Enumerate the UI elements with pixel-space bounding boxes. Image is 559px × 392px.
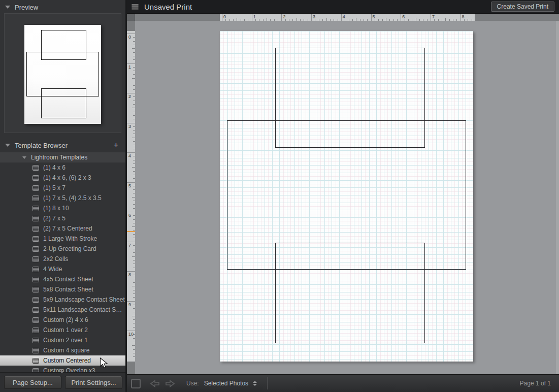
- ruler-tick: [133, 52, 135, 53]
- scroll-down-indicator[interactable]: [59, 371, 64, 373]
- horizontal-ruler-scale: 012345678: [220, 14, 475, 21]
- template-item[interactable]: 2x2 Cells: [0, 254, 125, 264]
- template-grid-icon: [32, 358, 39, 364]
- template-item[interactable]: 1 Large With Stroke: [0, 234, 125, 244]
- page-layout-toggle-icon[interactable]: [131, 379, 141, 388]
- template-item[interactable]: 2-Up Greeting Card: [0, 244, 125, 254]
- vertical-ruler-scale: 012345678910: [127, 31, 135, 362]
- template-browser-header[interactable]: Template Browser +: [0, 140, 125, 150]
- print-page[interactable]: [220, 31, 473, 362]
- ruler-tick: [132, 108, 135, 108]
- template-grid-icon: [32, 328, 39, 333]
- template-item-label: (1) 4 x 6, (6) 2 x 3: [43, 174, 91, 181]
- template-grid-icon: [32, 226, 39, 232]
- ruler-tick: [133, 260, 135, 260]
- template-item[interactable]: 5x9 Landscape Contact Sheet: [0, 295, 125, 305]
- ruler-tick: [132, 48, 135, 49]
- ruler-tick: [132, 226, 135, 227]
- ruler-tick: [127, 93, 135, 93]
- template-item[interactable]: Custom (2) 4 x 6: [0, 315, 125, 325]
- print-settings-button[interactable]: Print Settings...: [65, 376, 122, 389]
- template-item[interactable]: Custom 1 over 2: [0, 325, 125, 335]
- template-grid-icon: [32, 348, 39, 353]
- left-panel-footer: Page Setup... Print Settings...: [0, 372, 125, 392]
- template-item-label: 2-Up Greeting Card: [43, 245, 96, 252]
- template-grid-icon: [32, 206, 39, 211]
- horizontal-ruler: 012345678: [127, 14, 559, 21]
- ruler-tick: [133, 85, 135, 86]
- ruler-tick: [133, 342, 135, 342]
- ruler-tick: [132, 316, 135, 316]
- page-setup-button[interactable]: Page Setup...: [4, 376, 61, 389]
- ruler-tick: [133, 115, 135, 116]
- print-cell[interactable]: [275, 243, 425, 343]
- ruler-tick: [133, 264, 135, 264]
- ruler-tick: [132, 167, 135, 168]
- next-page-arrow-icon[interactable]: [165, 380, 175, 387]
- template-item[interactable]: (1) 8 x 10: [0, 203, 125, 213]
- toolbar-separator: [267, 377, 268, 389]
- use-source-value[interactable]: Selected Photos: [204, 380, 248, 387]
- template-item[interactable]: (1) 4 x 6, (6) 2 x 3: [0, 173, 125, 183]
- template-item[interactable]: 4 Wide: [0, 264, 125, 274]
- template-item[interactable]: (1) 4 x 6: [0, 162, 125, 173]
- add-template-button[interactable]: +: [114, 142, 118, 149]
- template-item-label: 5x8 Contact Sheet: [43, 286, 93, 293]
- template-item[interactable]: (2) 7 x 5 Centered: [0, 223, 125, 234]
- preview-panel: [4, 13, 121, 133]
- right-panel-collapsed-edge[interactable]: [556, 21, 559, 374]
- ruler-tick: [133, 145, 135, 145]
- template-item-label: 4 Wide: [43, 266, 62, 273]
- template-item-label: 1 Large With Stroke: [43, 235, 97, 242]
- template-item[interactable]: Custom 2 over 1: [0, 335, 125, 345]
- template-group-lightroom-templates[interactable]: Lightroom Templates: [0, 152, 125, 162]
- ruler-tick: [133, 219, 135, 220]
- ruler-tick: [127, 242, 135, 242]
- template-item[interactable]: 4x5 Contact Sheet: [0, 274, 125, 284]
- template-item[interactable]: Custom 4 square: [0, 345, 125, 355]
- ruler-label: 1: [253, 14, 256, 19]
- ruler-tick: [133, 245, 135, 246]
- ruler-tick: [133, 275, 135, 275]
- ruler-tick: [133, 327, 135, 328]
- ruler-tick: [127, 182, 135, 183]
- template-rows: (1) 4 x 6(1) 4 x 6, (6) 2 x 3(1) 5 x 7(1…: [0, 162, 125, 372]
- ruler-label: 2: [128, 94, 131, 99]
- use-label: Use:: [186, 380, 199, 387]
- ruler-label: 7: [432, 14, 435, 19]
- template-item[interactable]: (1) 7 x 5, (4) 2.5 x 3.5: [0, 193, 125, 203]
- template-grid-icon: [32, 256, 39, 262]
- ruler-label: 7: [128, 243, 131, 248]
- ruler-tick: [127, 152, 135, 153]
- template-item[interactable]: 5x11 Landscape Contact S…: [0, 305, 125, 315]
- template-item-label: (2) 7 x 5 Centered: [43, 225, 92, 232]
- template-item[interactable]: (2) 7 x 5: [0, 213, 125, 223]
- template-item-label: Custom Overlap x3: [43, 367, 95, 372]
- template-grid-icon: [32, 297, 39, 303]
- use-source-stepper-icon[interactable]: [253, 381, 257, 386]
- template-grid-icon: [32, 195, 39, 201]
- ruler-tick: [133, 149, 135, 149]
- template-item[interactable]: 5x8 Contact Sheet: [0, 284, 125, 295]
- create-saved-print-button[interactable]: Create Saved Print: [491, 2, 554, 12]
- ruler-label: 1: [128, 64, 131, 70]
- ruler-label: 6: [128, 213, 131, 218]
- ruler-tick: [133, 338, 135, 339]
- template-item[interactable]: (1) 5 x 7: [0, 183, 125, 193]
- ruler-tick: [133, 178, 135, 179]
- ruler-label: 10: [128, 332, 134, 337]
- left-panel: Preview Template Browser + Lightroom Tem…: [0, 0, 125, 392]
- ruler-tick: [133, 89, 135, 90]
- template-item-label: 4x5 Contact Sheet: [43, 276, 93, 283]
- ruler-cursor-marker: [127, 231, 135, 232]
- preview-panel-header[interactable]: Preview: [0, 2, 125, 12]
- template-grid-icon: [32, 246, 39, 252]
- ruler-tick: [133, 249, 135, 249]
- ruler-tick: [133, 282, 135, 283]
- template-grid-icon: [32, 236, 39, 242]
- ruler-label: 0: [223, 14, 226, 19]
- template-item-label: Custom (2) 4 x 6: [43, 316, 88, 323]
- template-item-label: 5x11 Landscape Contact S…: [43, 306, 122, 313]
- ruler-tick: [133, 252, 135, 253]
- previous-page-arrow-icon[interactable]: [150, 380, 160, 387]
